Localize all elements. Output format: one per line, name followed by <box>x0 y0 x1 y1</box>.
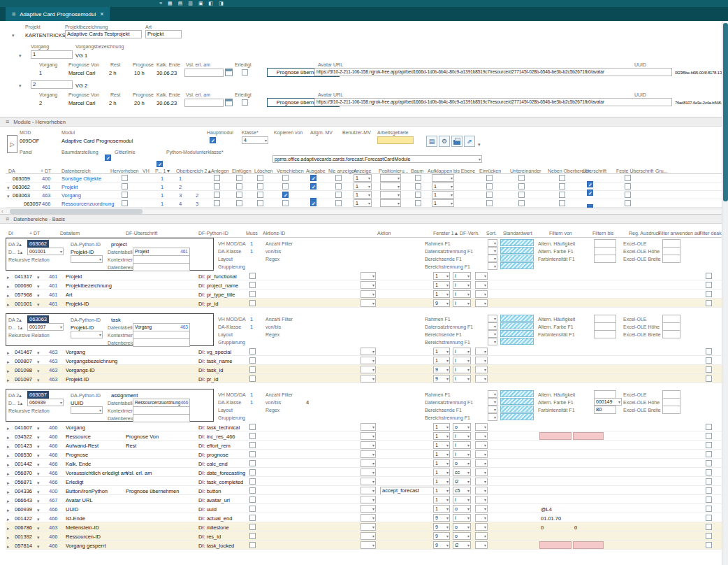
fenster-dropdown[interactable]: 1▾ <box>433 450 450 458</box>
verschieben-checkbox[interactable] <box>282 192 289 198</box>
di-id[interactable]: 001423 <box>15 442 32 450</box>
anzeige-dropdown[interactable]: 1▾ <box>354 183 372 190</box>
column-header[interactable]: Sort. <box>486 229 497 237</box>
row-expander-icon[interactable]: ▸ <box>7 301 10 308</box>
aktions-id-dropdown[interactable]: ▾ <box>361 505 376 513</box>
filter-deaktiviert-checkbox[interactable] <box>706 524 712 530</box>
fenster-dropdown[interactable]: 9▾ <box>433 366 450 373</box>
aktions-id-dropdown[interactable]: ▾ <box>361 487 376 494</box>
column-header[interactable]: Fenster 1▲ <box>433 229 459 237</box>
sort-dropdown[interactable]: ▾ <box>475 469 488 476</box>
sort-dropdown[interactable]: ▾ <box>475 441 488 449</box>
feste-checkbox[interactable] <box>625 183 631 189</box>
muss-checkbox[interactable] <box>249 451 256 457</box>
frame-dropdown[interactable]: ▾ <box>488 390 497 398</box>
muss-checkbox[interactable] <box>249 424 256 430</box>
verschieben-checkbox[interactable] <box>282 183 289 189</box>
fenster-dropdown[interactable]: 1▾ <box>433 478 450 485</box>
anlegen-checkbox[interactable] <box>214 200 220 206</box>
datenbereich-row[interactable]: 063059400Sonstige Objekte111▾▾▾ <box>6 174 722 183</box>
dataitem-row[interactable]: ▸001392▾466Ressourcen-IDDI: res_id▾9▾o▾▾ <box>6 531 722 541</box>
muss-checkbox[interactable] <box>249 273 256 279</box>
settings-gear-icon[interactable]: ⚙ <box>439 136 450 147</box>
row-expander-icon[interactable]: ▸ <box>7 376 10 383</box>
filter-deaktiviert-checkbox[interactable] <box>706 282 712 288</box>
di-id-dropdown[interactable]: 060939▾ <box>27 399 64 406</box>
dataitem-row[interactable]: ▸041467▾463VorgangDI: vg_special▾1▾i▾▾ <box>6 347 722 356</box>
filtern-von-field[interactable] <box>539 541 572 549</box>
aktions-id-dropdown[interactable]: ▾ <box>361 459 376 467</box>
anzeige-dropdown[interactable]: 1▾ <box>354 199 372 207</box>
di-id[interactable]: 041607 <box>15 424 32 431</box>
di-id[interactable]: 056871 <box>15 478 32 486</box>
muss-checkbox[interactable] <box>249 357 256 364</box>
frame-dropdown[interactable]: ▾ <box>488 262 497 270</box>
module-section-header[interactable]: ≡ Module - Hervorheben <box>0 117 728 127</box>
fenster-dropdown[interactable]: 1▾ <box>433 459 450 467</box>
frame-pattern-field[interactable] <box>500 413 534 420</box>
aktions-id-dropdown[interactable]: ▾ <box>361 523 376 531</box>
sort-dropdown[interactable]: ▾ <box>475 366 488 373</box>
section-collapse-icon[interactable]: ≡ <box>6 215 9 222</box>
print-icon[interactable] <box>451 136 463 147</box>
untereinander-checkbox[interactable] <box>518 200 525 206</box>
muss-checkbox[interactable] <box>249 433 256 439</box>
erledigt-checkbox[interactable] <box>242 69 248 76</box>
di-id[interactable]: 060939 <box>15 506 32 513</box>
di-dropdown-icon[interactable]: ▾ <box>37 292 40 299</box>
filtern-von-value[interactable]: @L4 <box>541 506 552 513</box>
filter-deaktiviert-checkbox[interactable] <box>706 357 712 364</box>
loeschen-checkbox[interactable] <box>257 183 263 189</box>
di-id-dropdown[interactable]: 001001▾ <box>27 248 64 255</box>
column-header[interactable]: Filter anwenden auf <box>658 229 701 237</box>
aktions-id-dropdown[interactable]: ▾ <box>361 532 376 540</box>
frame-dropdown[interactable]: ▾ <box>488 255 497 262</box>
frame-pattern-field[interactable] <box>500 239 534 246</box>
sort-dropdown[interactable]: ▾ <box>475 357 488 364</box>
run-module-button[interactable]: ▷ <box>7 135 17 153</box>
avatar-url-field[interactable]: https://3f10-2-211-106-158.ngrok-free.ap… <box>314 98 672 106</box>
filter-deaktiviert-checkbox[interactable] <box>706 478 712 485</box>
frame-dropdown[interactable]: ▾ <box>488 413 497 421</box>
sort-dropdown[interactable]: ▾ <box>475 272 488 280</box>
aktions-id-dropdown[interactable]: ▾ <box>361 541 376 549</box>
verschieben-checkbox[interactable] <box>282 200 289 206</box>
project-art-field[interactable]: Projekt <box>145 30 182 38</box>
di-dropdown-icon[interactable]: ▾ <box>37 479 40 486</box>
collapse-icon[interactable]: ▾ <box>19 52 22 59</box>
grid-icon[interactable]: ▦ <box>168 1 173 6</box>
horizontal-scrollbar[interactable]: ‹ <box>0 208 728 214</box>
filter-deaktiviert-checkbox[interactable] <box>706 300 712 306</box>
nie-checkbox[interactable] <box>335 200 342 206</box>
muss-checkbox[interactable] <box>249 442 256 448</box>
row-expander-icon[interactable]: ▸ <box>7 506 10 513</box>
df-verh-dropdown[interactable]: i▾ <box>453 357 471 364</box>
hervorheben-checkbox[interactable] <box>122 183 128 189</box>
frame-dropdown[interactable]: ▾ <box>488 338 497 345</box>
column-header[interactable]: DI <box>8 229 13 237</box>
aktions-id-dropdown[interactable]: ▾ <box>361 272 376 280</box>
di-id[interactable]: 057814 <box>15 542 32 550</box>
di-dropdown-icon[interactable]: ▾ <box>37 470 40 477</box>
row-expander-icon[interactable]: ▸ <box>7 470 10 477</box>
modul-value[interactable]: Adaptive Card Prognosemodul <box>61 137 133 145</box>
klasse-dropdown[interactable]: 4▾ <box>242 136 268 144</box>
dataitem-row[interactable]: ▸006530▾466PrognoseDI: prognose▾1▾i▾▾ <box>6 450 722 459</box>
di-dropdown-icon[interactable]: ▾ <box>37 349 40 356</box>
neben-checkbox[interactable] <box>559 192 565 198</box>
mod-value[interactable]: 009DOF <box>20 137 39 145</box>
row-expander-icon[interactable]: ▸ <box>7 479 10 486</box>
task-id-field[interactable]: 2 <box>31 80 73 89</box>
muss-checkbox[interactable] <box>249 300 256 306</box>
datenbereich-row[interactable]: ▾063062461Projekt121▾▾1▾ <box>6 183 722 191</box>
di-id[interactable]: 001392 <box>15 533 32 541</box>
vertical-scrollbar[interactable] <box>722 21 728 565</box>
frame-pattern-field[interactable] <box>500 262 534 269</box>
scroll-left-icon[interactable]: ‹ <box>1 208 3 215</box>
collapse-icon[interactable]: ▾ <box>12 31 15 39</box>
df-verh-dropdown[interactable]: i▾ <box>453 281 471 289</box>
panel-icon[interactable]: ▤ <box>178 1 183 6</box>
column-header[interactable]: Reg. Ausdruck <box>629 229 661 237</box>
daten-section-header[interactable]: ≡ Datenbereiche - Basis <box>0 214 728 224</box>
df-verh-dropdown[interactable]: i▾ <box>453 348 471 355</box>
